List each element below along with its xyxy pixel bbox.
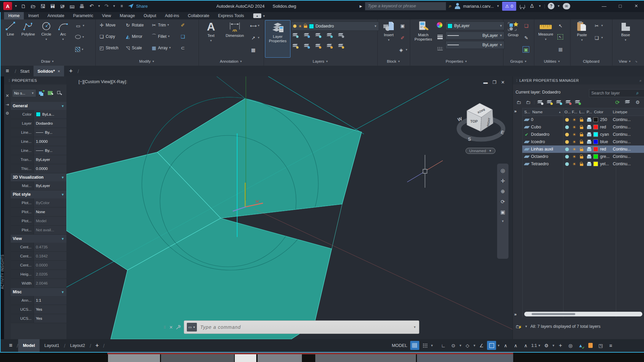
open-from-mobile-icon[interactable]: 🖳 (59, 2, 66, 10)
color-swatch[interactable] (593, 132, 598, 137)
view-panel-label[interactable]: View▼⇘ (612, 57, 644, 66)
array-button[interactable]: ▦Array▼ (151, 45, 171, 51)
erase-button[interactable]: ✐ (180, 22, 186, 28)
layer-dropdown-caret-icon[interactable]: ▼ (374, 24, 377, 28)
viewport-minimize-icon[interactable]: ▬ (483, 80, 488, 85)
mirror-button[interactable]: ◭Mirror (125, 34, 142, 39)
linear-dimension-button[interactable]: ⟷▼ (250, 23, 260, 28)
printer-icon[interactable] (587, 156, 591, 159)
model-space-toggle[interactable]: MODEL (392, 343, 407, 348)
refresh-icon[interactable]: ⟳ (613, 99, 622, 106)
unlock-icon[interactable] (580, 141, 583, 144)
sun-icon[interactable]: ☀ (571, 139, 578, 144)
lengthen-button[interactable]: ⊂ (180, 45, 186, 51)
collapse-columns-icon[interactable]: » (514, 109, 517, 114)
rotate-button[interactable]: ↻Rotate (125, 22, 144, 28)
viewport-close-icon[interactable]: ✕ (501, 80, 505, 85)
sun-icon[interactable]: ☀ (571, 162, 578, 167)
section-view[interactable]: View▼ (11, 235, 66, 243)
ribbon-tab-addins[interactable]: Add-ins (161, 12, 183, 19)
measure-caret-icon[interactable]: ▼ (544, 37, 547, 42)
zoom-icon[interactable]: ⊕ (501, 188, 505, 194)
base-button[interactable]: Base ▼ (616, 21, 635, 42)
layer-row-0[interactable]: 0 ☀ 250 Continu... (522, 116, 644, 123)
layer-row-icoedro[interactable]: Icoedro ☀ blue Continu... (522, 138, 644, 145)
save-to-mobile-icon[interactable]: 🖴 (68, 2, 76, 10)
groups-panel-label[interactable]: Groups▼ (503, 57, 534, 66)
steering-wheel-icon[interactable]: ◎ (500, 168, 505, 174)
insert-button[interactable]: Insert ▼ (380, 21, 397, 42)
snap-mode-toggle[interactable] (420, 341, 429, 350)
autoscale-toggle[interactable]: ∧ (511, 341, 520, 350)
select-window-button[interactable]: ↖ (557, 34, 563, 40)
color-swatch[interactable] (593, 125, 598, 129)
linetype-list-icon[interactable] (437, 46, 443, 51)
autodesk-caret-icon[interactable]: ▼ (538, 4, 541, 8)
section-3d-visualization[interactable]: 3D Visualization▼ (11, 173, 66, 181)
file-tab-solidos[interactable]: Solidos* × (34, 66, 64, 76)
line-button[interactable]: Line (3, 21, 18, 37)
copy-button[interactable]: ❏Copy (99, 34, 115, 39)
annotation-scale-value[interactable]: 1:1 (531, 343, 537, 348)
rectangle-tool-button[interactable]: ▭▼ (75, 23, 85, 28)
layout2-tab[interactable]: Layout2 (65, 339, 90, 352)
settings-gear-icon[interactable]: ⚙ (634, 99, 642, 106)
trim-button[interactable]: ✂Trim▼ (151, 22, 169, 28)
user-caret-icon[interactable]: ▼ (496, 4, 499, 8)
viewcube-view-pill[interactable]: Unnamed ▼ (466, 148, 495, 154)
open-folder-icon[interactable]: 🗁 (30, 2, 37, 10)
block-panel-label[interactable]: Block▼ (377, 57, 410, 66)
graphics-performance-button[interactable]: ▲✔ (576, 341, 585, 350)
help-icon[interactable]: ? (548, 3, 554, 9)
workspace-gear-icon[interactable]: ⚙ (542, 341, 551, 350)
paste-button[interactable]: Paste ▼ (573, 21, 591, 42)
bulb-off-icon[interactable] (565, 155, 569, 159)
select-objects-icon[interactable] (47, 90, 54, 97)
layer-search-input[interactable] (589, 89, 644, 97)
file-tab-start[interactable]: Start (16, 66, 33, 76)
app-menu-button[interactable]: A (3, 2, 12, 10)
layer-row-dodaedro[interactable]: ✔ Dodaedro ☀ cyan Continu... (522, 131, 644, 138)
arc-caret-icon[interactable]: ▼ (62, 37, 64, 42)
write-block-button[interactable]: ✐ (399, 35, 406, 41)
user-name[interactable]: mariana.i.carv... (463, 4, 494, 9)
ungroup-button[interactable]: ❏ (523, 23, 529, 28)
leader-button[interactable]: ↗▼ (250, 35, 260, 41)
command-input-box[interactable]: ▭▼ ▼ (184, 320, 419, 334)
quick-select-button[interactable]: ↖ (557, 23, 564, 28)
linetype-dropdown[interactable]: ByLayer ▼ (445, 41, 504, 49)
selection-filter-dropdown[interactable]: No s...▼ (12, 89, 36, 97)
window-maximize-button[interactable]: □ (615, 2, 625, 10)
stretch-button[interactable]: ◰Stretch (99, 45, 118, 51)
layer-on-all-button[interactable] (292, 44, 299, 49)
user-avatar-icon[interactable] (454, 3, 461, 9)
file-tab-close-icon[interactable]: × (58, 69, 60, 74)
layout1-tab[interactable]: Layout1 (40, 339, 64, 352)
properties-palette-header[interactable]: ⁞ PROPERTIES (4, 76, 66, 84)
layer-lock-button[interactable] (326, 33, 333, 38)
sun-icon[interactable]: ☀ (571, 147, 578, 152)
ribbon-tab-express-tools[interactable]: Express Tools (214, 12, 249, 19)
palette-settings-icon[interactable]: ⚙ (6, 111, 9, 116)
layer-isolate-button[interactable] (303, 33, 310, 38)
object-snap-toggle[interactable] (487, 341, 496, 350)
color-wheel-icon[interactable] (437, 22, 442, 28)
layer-settings-stack-icon[interactable] (624, 99, 632, 106)
circle-button[interactable]: Circle ▼ (38, 21, 54, 42)
layer-properties-button[interactable]: Layer Properties (265, 20, 290, 58)
showmotion-icon[interactable]: ▣ (500, 209, 505, 215)
bulb-on-icon[interactable] (565, 140, 569, 144)
iso-caret-icon[interactable]: ▼ (473, 344, 476, 347)
copy-clip-button[interactable]: ❏▼ (594, 35, 603, 41)
qat-customize-icon[interactable]: ≡ (118, 2, 125, 10)
feedback-bubble-icon[interactable]: ✉ (563, 3, 570, 9)
model-tab[interactable]: Model (18, 339, 40, 352)
scrollbar-thumb[interactable] (532, 313, 575, 315)
polyline-button[interactable]: Polyline (19, 21, 38, 37)
layer-user-button[interactable] (337, 33, 344, 38)
measure-button[interactable]: Measure ▼ (536, 22, 555, 42)
group-edit-button[interactable]: ✎ (523, 35, 529, 41)
create-block-button[interactable]: ▣ (399, 23, 406, 28)
autodesk-logo-icon[interactable]: ∆ (528, 2, 536, 10)
group-selection-toggle[interactable]: ▣ (523, 46, 529, 53)
